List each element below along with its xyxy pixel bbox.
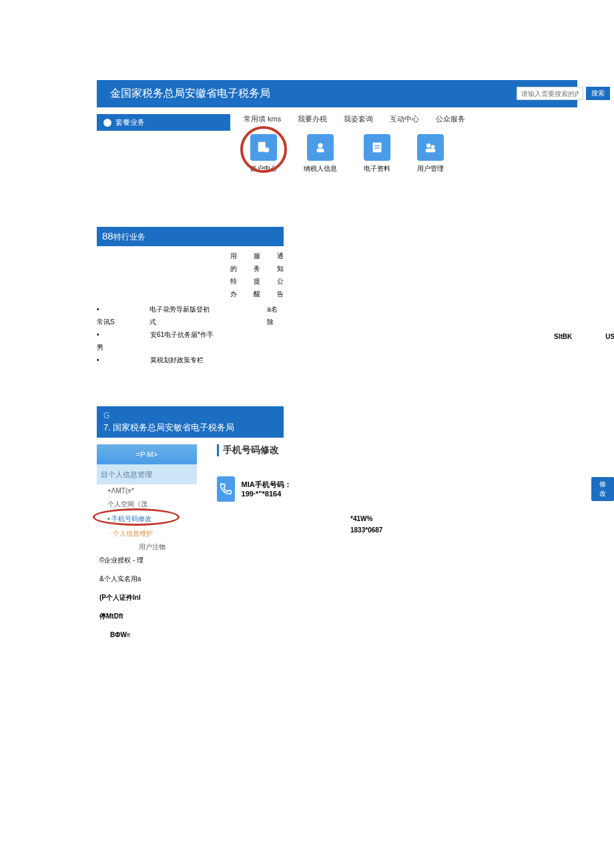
tab-reminder[interactable]: 服务提醒 xyxy=(254,250,260,300)
header3-title: 7. 国家税务总局安敏省电子税务局 xyxy=(103,422,277,434)
sidebar-label: 套餐业务 xyxy=(115,117,145,127)
section3-header: G 7. 国家税务总局安敏省电子税务局 xyxy=(97,406,284,438)
phone-value: 199·*"*8164 xyxy=(242,490,282,498)
menu-item-8[interactable]: (P个人证件Inl xyxy=(97,591,197,604)
menu-item-7[interactable]: &个人实名用a xyxy=(97,572,197,586)
svg-point-2 xyxy=(318,143,322,148)
icon-taxpayer-info[interactable]: 纳税人信息 xyxy=(304,134,337,173)
sidebar-card[interactable]: 套餐业务 xyxy=(97,114,230,131)
icon-label: 纳税人信息 xyxy=(304,164,337,173)
menu-section-title: 目个人信息管理 xyxy=(97,464,197,484)
list-left-1: 常讯S xyxy=(97,318,115,326)
users-icon xyxy=(423,140,438,155)
icon-user-mgmt[interactable]: 用户管理 xyxy=(417,134,444,173)
float-text-1: *41W% xyxy=(350,515,614,522)
file-icon xyxy=(370,140,384,155)
icon-edata[interactable]: 电子资料 xyxy=(364,134,390,173)
tab-public[interactable]: 公众服务 xyxy=(436,114,465,124)
home-icon xyxy=(103,119,111,127)
svg-rect-9 xyxy=(426,149,436,153)
menu-item-1[interactable]: +ΛMT(≡* xyxy=(97,484,197,498)
left-menu: =P·M> 目个人信息管理 +ΛMT(≡* 个人空间《茂 • 手机号码修改 · … xyxy=(97,444,197,642)
menu-item-10[interactable]: BΦW≡ xyxy=(97,628,197,642)
right-label-a: SltBK xyxy=(554,333,572,340)
list-sub: a名除 xyxy=(267,303,284,328)
tab-query[interactable]: 我姿套询 xyxy=(344,114,373,124)
search-button[interactable]: 搜索 xyxy=(586,87,610,100)
banner-88: 88特行业务 xyxy=(97,227,284,246)
menu-item-2[interactable]: 个人空间《茂 xyxy=(97,498,197,511)
modify-button[interactable]: 修改 xyxy=(591,477,614,501)
list-item-1[interactable]: 电子花旁导新版登初式 xyxy=(149,303,214,328)
tab-interact[interactable]: 互动中心 xyxy=(390,114,419,124)
header-g: G xyxy=(103,410,277,422)
tab-todo[interactable]: 用的特办 xyxy=(230,250,237,300)
search-input[interactable] xyxy=(517,87,583,100)
banner-text: 特行业务 xyxy=(113,232,145,242)
list-item-3[interactable]: 莫税划好政策专栏 xyxy=(150,354,204,366)
list-item-2[interactable]: 安61电子抗务届*作手 xyxy=(150,328,214,354)
banner-number: 88 xyxy=(102,230,113,242)
right-label-b: US xyxy=(605,333,614,340)
menu-item-phone-modify[interactable]: • 手机号码修改 xyxy=(97,511,197,527)
menu-top: =P·M> xyxy=(97,444,197,464)
menu-item-6[interactable]: ©企业授权 - 理 xyxy=(97,554,197,567)
svg-point-1 xyxy=(264,147,269,152)
float-text-2: 1833*0687 xyxy=(350,526,614,534)
list-left-2: 男 xyxy=(97,344,103,351)
icon-label: 电子资料 xyxy=(364,164,390,173)
menu-item-4[interactable]: · 个人信息维护 xyxy=(97,527,197,540)
svg-point-8 xyxy=(431,145,435,149)
menu-item-5[interactable]: 用户注物 xyxy=(97,540,197,554)
header-title: 金国家税务总局安徽省电子税务局 xyxy=(110,87,270,99)
panel-title: 手机号码修改 xyxy=(217,444,614,456)
tab-common[interactable]: 常用填 kms xyxy=(244,114,281,124)
search-bar: 搜索 xyxy=(517,87,610,100)
user-badge-icon xyxy=(313,140,328,155)
svg-rect-4 xyxy=(373,143,382,153)
tab-notice[interactable]: 通知公告 xyxy=(277,250,284,300)
svg-rect-3 xyxy=(317,149,324,153)
icon-label: 用户管理 xyxy=(417,164,444,173)
menu-item-9[interactable]: 停MtDft xyxy=(97,610,197,623)
nav-tabs: 常用填 kms 我要办税 我姿套询 互动中心 公众服务 xyxy=(244,114,465,124)
svg-point-7 xyxy=(426,143,430,147)
document-user-icon xyxy=(256,140,271,155)
tab-handle[interactable]: 我要办税 xyxy=(298,114,327,124)
phone-icon xyxy=(217,476,235,502)
icon-account-center[interactable]: 账户中心 xyxy=(250,134,277,173)
page-header: 金国家税务总局安徽省电子税务局 xyxy=(97,80,577,107)
phone-label: MIA手机号码： xyxy=(242,480,292,488)
icon-label: 账户中心 xyxy=(250,164,277,173)
phone-text: MIA手机号码：199·*"*8164 xyxy=(242,480,304,498)
